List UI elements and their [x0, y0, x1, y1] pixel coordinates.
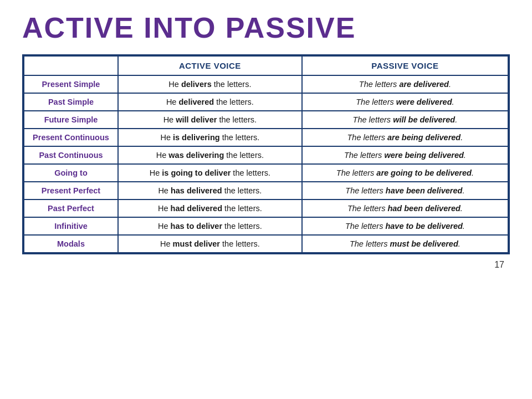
- passive-voice-cell: The letters will be delivered.: [302, 111, 508, 129]
- tense-cell: Present Continuous: [24, 129, 118, 146]
- tense-cell: Infinitive: [24, 217, 118, 235]
- passive-voice-cell: The letters were delivered.: [302, 93, 508, 111]
- active-voice-cell: He delivered the letters.: [118, 93, 302, 111]
- active-voice-cell: He has to deliver the letters.: [118, 217, 302, 235]
- tense-cell: Past Continuous: [24, 146, 118, 164]
- passive-voice-cell: The letters had been delivered.: [302, 200, 508, 217]
- col-header-passive: PASSIVE VOICE: [302, 56, 508, 75]
- col-header-tense: [24, 56, 118, 75]
- active-voice-cell: He is going to deliver the letters.: [118, 164, 302, 182]
- tense-cell: Present Simple: [24, 75, 118, 93]
- tense-cell: Past Perfect: [24, 200, 118, 217]
- passive-voice-cell: The letters have been delivered.: [302, 182, 508, 200]
- passive-voice-cell: The letters have to be delivered.: [302, 217, 508, 235]
- tense-cell: Modals: [24, 235, 118, 253]
- tense-cell: Future Simple: [24, 111, 118, 129]
- active-voice-cell: He will deliver the letters.: [118, 111, 302, 129]
- active-voice-cell: He must deliver the letters.: [118, 235, 302, 253]
- active-voice-cell: He delivers the letters.: [118, 75, 302, 93]
- passive-voice-cell: The letters are going to be delivered.: [302, 164, 508, 182]
- page-title: ACTIVE INTO PASSIVE: [22, 11, 510, 44]
- passive-voice-cell: The letters are delivered.: [302, 75, 508, 93]
- page-number: 17: [494, 260, 510, 270]
- tense-cell: Present Perfect: [24, 182, 118, 200]
- tense-cell: Going to: [24, 164, 118, 182]
- tense-cell: Past Simple: [24, 93, 118, 111]
- passive-voice-cell: The letters are being delivered.: [302, 129, 508, 146]
- passive-voice-cell: The letters were being delivered.: [302, 146, 508, 164]
- active-voice-cell: He was delivering the letters.: [118, 146, 302, 164]
- passive-voice-cell: The letters must be delivered.: [302, 235, 508, 253]
- col-header-active: ACTIVE VOICE: [118, 56, 302, 75]
- active-voice-cell: He has delivered the letters.: [118, 182, 302, 200]
- active-voice-cell: He had delivered the letters.: [118, 200, 302, 217]
- grammar-table: ACTIVE VOICE PASSIVE VOICE Present Simpl…: [22, 54, 510, 254]
- active-voice-cell: He is delivering the letters.: [118, 129, 302, 146]
